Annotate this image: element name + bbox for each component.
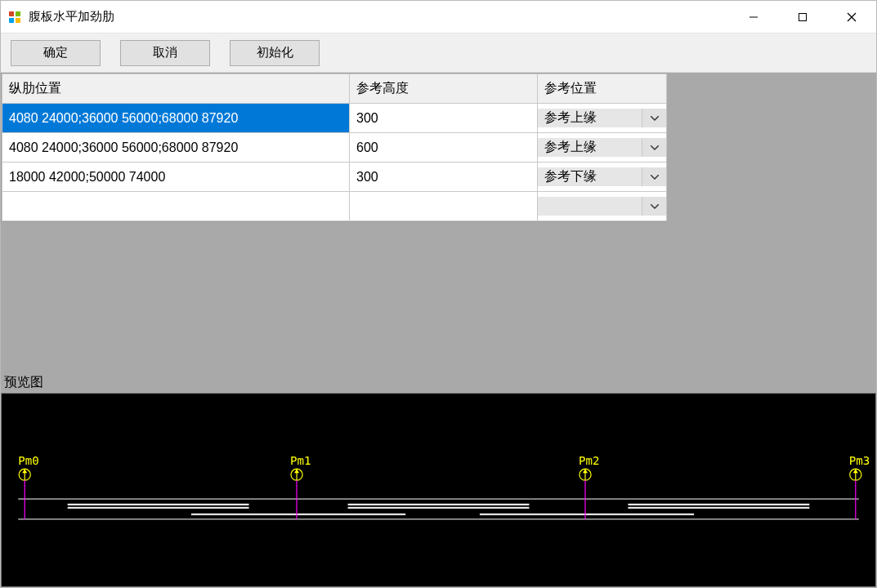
table-header-row: 纵肋位置 参考高度 参考位置: [2, 74, 667, 104]
chevron-down-icon[interactable]: [642, 167, 666, 186]
cell-reference[interactable]: 参考上缘: [538, 133, 667, 163]
window-title: 腹板水平加劲肋: [29, 9, 114, 24]
svg-text:Pm1: Pm1: [290, 454, 311, 467]
maximize-button[interactable]: [778, 1, 827, 33]
ok-button[interactable]: 确定: [11, 40, 101, 66]
cell-height[interactable]: 300: [350, 104, 538, 133]
cell-reference[interactable]: 参考下缘: [538, 163, 667, 192]
close-button[interactable]: [827, 1, 876, 33]
window: 腹板水平加劲肋 确定 取消 初始化: [0, 0, 877, 588]
app-icon: [7, 10, 22, 24]
col-header-reference[interactable]: 参考位置: [538, 74, 667, 104]
chevron-down-icon[interactable]: [642, 197, 666, 216]
init-button[interactable]: 初始化: [230, 40, 320, 66]
svg-text:Pm0: Pm0: [18, 454, 39, 467]
cell-position[interactable]: 4080 24000;36000 56000;68000 87920: [2, 133, 350, 163]
titlebar: 腹板水平加劲肋: [1, 1, 876, 33]
cell-position[interactable]: 18000 42000;50000 74000: [2, 163, 350, 192]
preview-label: 预览图: [1, 374, 876, 393]
preview-canvas[interactable]: Pm0 Pm1 Pm2: [1, 393, 876, 587]
cell-position[interactable]: 4080 24000;36000 56000;68000 87920: [2, 104, 350, 133]
cell-position[interactable]: [2, 192, 350, 221]
reference-value[interactable]: [538, 197, 642, 216]
minimize-button[interactable]: [729, 1, 778, 33]
reference-value[interactable]: 参考下缘: [538, 167, 642, 186]
svg-rect-1: [16, 11, 20, 16]
content-area: 纵肋位置 参考高度 参考位置 4080 24000;36000 56000;68…: [1, 73, 876, 587]
cell-reference[interactable]: [538, 192, 667, 221]
reference-value[interactable]: 参考上缘: [538, 109, 642, 127]
chevron-down-icon[interactable]: [642, 138, 666, 157]
stiffener-table: 纵肋位置 参考高度 参考位置 4080 24000;36000 56000;68…: [1, 73, 667, 222]
svg-text:Pm2: Pm2: [579, 454, 600, 467]
cancel-button[interactable]: 取消: [120, 40, 210, 66]
svg-rect-3: [16, 18, 20, 23]
preview-section: 预览图: [1, 374, 876, 587]
cell-height[interactable]: 600: [350, 133, 538, 163]
toolbar: 确定 取消 初始化: [1, 33, 876, 73]
table-row[interactable]: 4080 24000;36000 56000;68000 87920600参考上…: [2, 133, 667, 163]
svg-rect-2: [9, 18, 14, 23]
cell-height[interactable]: 300: [350, 163, 538, 192]
table-row[interactable]: 18000 42000;50000 74000300参考下缘: [2, 163, 667, 192]
svg-rect-5: [799, 13, 807, 20]
cell-reference[interactable]: 参考上缘: [538, 104, 667, 133]
col-header-height[interactable]: 参考高度: [350, 74, 538, 104]
svg-rect-0: [9, 11, 14, 16]
reference-value[interactable]: 参考上缘: [538, 138, 642, 157]
col-header-position[interactable]: 纵肋位置: [2, 74, 350, 104]
chevron-down-icon[interactable]: [642, 109, 666, 127]
table-row[interactable]: [2, 192, 667, 221]
svg-text:Pm3: Pm3: [849, 454, 870, 467]
table-row[interactable]: 4080 24000;36000 56000;68000 87920300参考上…: [2, 104, 667, 133]
cell-height[interactable]: [350, 192, 538, 221]
